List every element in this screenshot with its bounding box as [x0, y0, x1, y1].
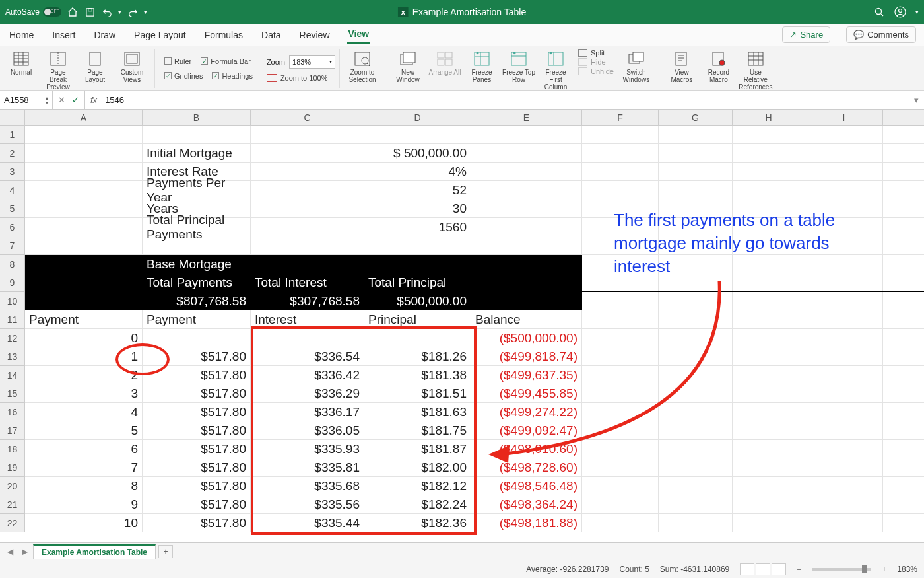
- formula-value[interactable]: 1546: [102, 95, 127, 105]
- cell[interactable]: [471, 236, 582, 254]
- cell[interactable]: [805, 310, 883, 328]
- cell[interactable]: ($498,910.60): [471, 440, 582, 458]
- cell[interactable]: [471, 292, 582, 310]
- row-header-6[interactable]: 6: [0, 218, 25, 236]
- cell[interactable]: 6: [25, 440, 143, 458]
- col-header-E[interactable]: E: [471, 110, 582, 125]
- split-button[interactable]: Split: [578, 49, 614, 57]
- cell[interactable]: Total Interest: [251, 273, 364, 291]
- custom-views-button[interactable]: Custom Views: [115, 49, 149, 83]
- row-header-7[interactable]: 7: [0, 236, 25, 255]
- cell[interactable]: $517.80: [143, 458, 251, 476]
- row-header-5[interactable]: 5: [0, 199, 25, 218]
- cell[interactable]: [471, 255, 582, 273]
- cell[interactable]: [25, 218, 143, 236]
- cell[interactable]: [471, 199, 582, 217]
- cell[interactable]: [659, 292, 733, 310]
- cell[interactable]: [582, 458, 659, 476]
- cell[interactable]: [733, 421, 805, 439]
- col-header-I[interactable]: I: [805, 110, 883, 125]
- cell[interactable]: [582, 292, 659, 310]
- unhide-button[interactable]: Unhide: [578, 67, 614, 75]
- tab-home[interactable]: Home: [8, 27, 35, 43]
- cell[interactable]: Payment: [143, 310, 251, 328]
- cell[interactable]: 10: [25, 514, 143, 532]
- zoom-out-icon[interactable]: −: [797, 565, 801, 574]
- tab-formulas[interactable]: Formulas: [203, 27, 244, 43]
- tab-view[interactable]: View: [347, 26, 371, 44]
- cell[interactable]: [659, 384, 733, 402]
- save-icon[interactable]: [84, 6, 96, 18]
- cell[interactable]: [733, 163, 805, 180]
- cell[interactable]: [805, 347, 883, 365]
- formula-bar-checkbox[interactable]: ✓Formula Bar: [201, 57, 251, 65]
- cell[interactable]: [251, 236, 364, 254]
- row-header-19[interactable]: 19: [0, 458, 25, 477]
- page-layout-button[interactable]: Page Layout: [78, 49, 112, 83]
- col-header-G[interactable]: G: [659, 110, 733, 125]
- cell[interactable]: [659, 477, 733, 495]
- row-header-14[interactable]: 14: [0, 366, 25, 384]
- cell[interactable]: [733, 403, 805, 421]
- cell[interactable]: [659, 458, 733, 476]
- cell[interactable]: ($498,364.24): [471, 495, 582, 513]
- cell[interactable]: Payment: [25, 310, 143, 328]
- row-header-18[interactable]: 18: [0, 440, 25, 458]
- cell[interactable]: [471, 181, 582, 199]
- sheet-prev-icon[interactable]: ◀: [4, 546, 16, 558]
- row-header-9[interactable]: 9: [0, 273, 25, 292]
- cell[interactable]: 30: [364, 199, 471, 217]
- cell[interactable]: [25, 181, 143, 199]
- row-header-17[interactable]: 17: [0, 421, 25, 440]
- freeze-first-col-button[interactable]: *Freeze First Column: [539, 49, 573, 90]
- cell[interactable]: [471, 218, 582, 236]
- cell[interactable]: ($500,000.00): [471, 329, 582, 347]
- cell[interactable]: [659, 310, 733, 328]
- cell[interactable]: $517.80: [143, 514, 251, 532]
- cell[interactable]: [805, 384, 883, 402]
- zoom-100-button[interactable]: Zoom to 100%: [267, 74, 328, 82]
- cell[interactable]: [733, 458, 805, 476]
- cell[interactable]: [251, 199, 364, 217]
- row-header-8[interactable]: 8: [0, 255, 25, 273]
- relative-refs-button[interactable]: Use Relative References: [739, 49, 773, 90]
- cell[interactable]: ($498,181.88): [471, 514, 582, 532]
- cell[interactable]: $517.80: [143, 384, 251, 402]
- tab-page-layout[interactable]: Page Layout: [133, 27, 187, 43]
- cell[interactable]: [582, 495, 659, 513]
- view-macros-button[interactable]: View Macros: [665, 49, 699, 83]
- record-macro-button[interactable]: Record Macro: [702, 49, 736, 83]
- col-header-H[interactable]: H: [733, 110, 805, 125]
- cell[interactable]: Payments Per Year: [143, 181, 251, 199]
- cell[interactable]: [582, 366, 659, 384]
- cell[interactable]: [143, 126, 251, 143]
- cell[interactable]: ($498,546.48): [471, 477, 582, 495]
- redo-icon[interactable]: [127, 6, 139, 18]
- cell[interactable]: Total Principal: [364, 273, 471, 291]
- cell[interactable]: ($499,092.47): [471, 421, 582, 439]
- cell[interactable]: ($499,637.35): [471, 366, 582, 384]
- cell[interactable]: [805, 366, 883, 384]
- sheet-next-icon[interactable]: ▶: [18, 546, 30, 558]
- cell[interactable]: [659, 495, 733, 513]
- cell[interactable]: [471, 273, 582, 291]
- cell[interactable]: [471, 144, 582, 162]
- tab-review[interactable]: Review: [298, 27, 331, 43]
- cell[interactable]: [582, 329, 659, 347]
- row-header-13[interactable]: 13: [0, 347, 25, 366]
- cell[interactable]: [805, 292, 883, 310]
- cell[interactable]: $517.80: [143, 477, 251, 495]
- cell[interactable]: [251, 126, 364, 143]
- cell[interactable]: [471, 163, 582, 180]
- cell[interactable]: [733, 292, 805, 310]
- select-all-corner[interactable]: [0, 110, 25, 126]
- cell[interactable]: [143, 329, 251, 347]
- row-header-16[interactable]: 16: [0, 403, 25, 421]
- search-icon[interactable]: [873, 6, 885, 18]
- cell[interactable]: 0: [25, 329, 143, 347]
- cell[interactable]: [733, 144, 805, 162]
- cell[interactable]: [582, 384, 659, 402]
- cell[interactable]: [25, 292, 143, 310]
- col-header-F[interactable]: F: [582, 110, 659, 125]
- cell[interactable]: [25, 255, 143, 273]
